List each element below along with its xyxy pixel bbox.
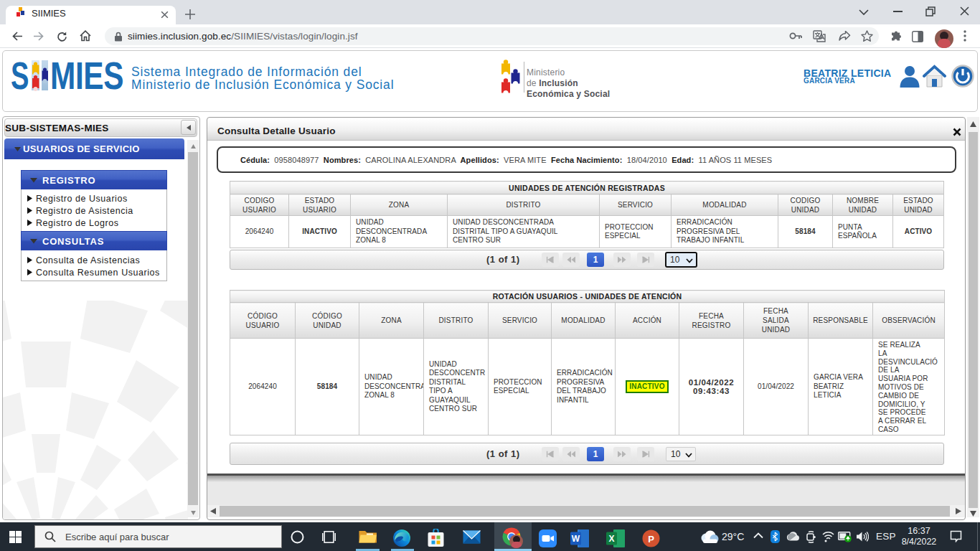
svg-text:X: X bbox=[608, 534, 614, 544]
svg-text:W: W bbox=[572, 534, 580, 544]
svg-text:P: P bbox=[648, 534, 654, 545]
